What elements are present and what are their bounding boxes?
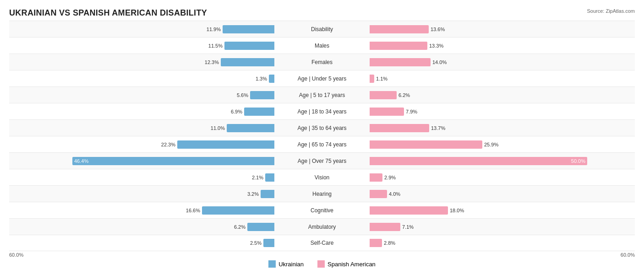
bar-label: Disability	[276, 26, 368, 32]
legend-spanish: Spanish American	[317, 260, 376, 268]
bar-right-wrapper: 4.0%	[368, 189, 635, 199]
bar-right-wrapper: 13.7%	[368, 123, 635, 133]
bar-right-value: 2.8%	[384, 240, 395, 246]
bar-left-wrapper: 11.5%	[9, 41, 276, 51]
bar-left-wrapper: 2.5%	[9, 238, 276, 248]
bar-left-wrapper: 22.3%	[9, 140, 276, 150]
bar-label: Cognitive	[276, 207, 368, 214]
bar-right-wrapper: 14.0%	[368, 57, 635, 67]
bar-label: Females	[276, 59, 368, 65]
bar-left-wrapper: 11.0%	[9, 123, 276, 133]
chart-row: 6.2%Ambulatory7.1%	[9, 218, 635, 235]
axis-labels: 60.0% 60.0%	[9, 252, 635, 258]
chart-row: 5.6%Age | 5 to 17 years6.2%	[9, 86, 635, 103]
legend-ukrainian-label: Ukrainian	[278, 261, 304, 268]
chart-row: 6.9%Age | 18 to 34 years7.9%	[9, 103, 635, 119]
bar-right-value: 2.9%	[384, 175, 396, 180]
bar-left-value: 6.2%	[234, 224, 246, 230]
bar-right-wrapper: 1.1%	[368, 74, 635, 84]
bar-left-value: 1.3%	[256, 76, 267, 81]
legend: Ukrainian Spanish American	[9, 260, 635, 268]
legend-ukrainian: Ukrainian	[268, 260, 304, 268]
bar-left-value: 6.9%	[231, 109, 242, 114]
bar-left-wrapper: 46.4%	[9, 156, 276, 166]
bar-left-value: 11.5%	[208, 43, 223, 48]
bar-left-value: 16.6%	[186, 208, 200, 213]
legend-spanish-label: Spanish American	[327, 261, 376, 268]
bar-left-wrapper: 3.2%	[9, 189, 276, 199]
bar-right-wrapper: 50.0%	[368, 156, 635, 166]
axis-left: 60.0%	[9, 252, 23, 258]
bar-left-wrapper: 12.3%	[9, 57, 276, 67]
bar-label: Vision	[276, 174, 368, 181]
chart-container: UKRAINIAN VS SPANISH AMERICAN DISABILITY…	[0, 0, 644, 280]
bar-label: Males	[276, 43, 368, 49]
bar-left-value: 11.9%	[207, 27, 221, 32]
bar-right-wrapper: 18.0%	[368, 205, 635, 215]
legend-pink-box	[317, 260, 325, 268]
bar-left-value: 46.4%	[74, 158, 88, 164]
bar-left-value: 5.6%	[237, 92, 248, 98]
bar-left-wrapper: 2.1%	[9, 172, 276, 183]
bar-right-wrapper: 6.2%	[368, 90, 635, 100]
bar-label: Age | 5 to 17 years	[276, 92, 368, 98]
bar-right-value: 13.7%	[431, 125, 445, 131]
bar-left-wrapper: 11.9%	[9, 24, 276, 34]
chart-row: 2.1%Vision2.9%	[9, 169, 635, 185]
bar-right-wrapper: 2.9%	[368, 172, 635, 183]
bar-left-value: 2.5%	[250, 240, 262, 246]
chart-row: 3.2%Hearing4.0%	[9, 185, 635, 202]
bar-left-value: 12.3%	[205, 59, 219, 65]
bar-right-value: 1.1%	[376, 76, 387, 81]
bar-left-value: 2.1%	[252, 175, 263, 180]
bar-label: Age | 35 to 64 years	[276, 125, 368, 131]
bar-right-wrapper: 7.9%	[368, 107, 635, 117]
bar-label: Age | Under 5 years	[276, 75, 368, 82]
chart-rows: 11.9%Disability13.6%11.5%Males13.3%12.3%…	[9, 21, 635, 251]
bar-right-value: 6.2%	[398, 92, 410, 98]
bar-right-wrapper: 13.6%	[368, 24, 635, 34]
legend-blue-box	[268, 260, 276, 268]
bar-left-wrapper: 5.6%	[9, 90, 276, 100]
chart-row: 11.0%Age | 35 to 64 years13.7%	[9, 119, 635, 136]
chart-row: 11.5%Males13.3%	[9, 37, 635, 54]
bar-label: Age | 18 to 34 years	[276, 108, 368, 115]
bar-right-wrapper: 2.8%	[368, 238, 635, 248]
bar-right-value: 13.3%	[429, 43, 443, 48]
bar-right-value: 25.9%	[484, 142, 498, 147]
bar-right-wrapper: 7.1%	[368, 222, 635, 232]
chart-title: UKRAINIAN VS SPANISH AMERICAN DISABILITY	[9, 8, 635, 18]
bar-left-wrapper: 6.2%	[9, 222, 276, 232]
bar-label: Ambulatory	[276, 224, 368, 230]
axis-right: 60.0%	[621, 252, 635, 258]
chart-row: 22.3%Age | 65 to 74 years25.9%	[9, 136, 635, 152]
chart-row: 16.6%Cognitive18.0%	[9, 202, 635, 218]
bar-left-wrapper: 1.3%	[9, 74, 276, 84]
bar-label: Hearing	[276, 191, 368, 197]
chart-row: 1.3%Age | Under 5 years1.1%	[9, 70, 635, 86]
bar-label: Age | Over 75 years	[276, 158, 368, 164]
source-label: Source: ZipAtlas.com	[587, 8, 635, 14]
bar-right-value: 4.0%	[389, 191, 400, 197]
bar-left-value: 22.3%	[161, 142, 175, 147]
bar-right-value: 7.9%	[406, 109, 417, 114]
bar-label: Self-Care	[276, 240, 368, 246]
bar-left-value: 11.0%	[211, 125, 225, 131]
chart-row: 46.4%Age | Over 75 years50.0%	[9, 152, 635, 169]
chart-row: 12.3%Females14.0%	[9, 54, 635, 70]
bar-right-value: 14.0%	[432, 59, 447, 65]
bar-right-wrapper: 13.3%	[368, 41, 635, 51]
bar-left-value: 3.2%	[247, 191, 259, 197]
bar-left-wrapper: 16.6%	[9, 205, 276, 215]
chart-row: 2.5%Self-Care2.8%	[9, 235, 635, 251]
bar-right-value: 13.6%	[431, 27, 445, 32]
bar-label: Age | 65 to 74 years	[276, 141, 368, 148]
chart-row: 11.9%Disability13.6%	[9, 21, 635, 37]
bar-right-value: 7.1%	[402, 224, 414, 230]
bar-right-value: 18.0%	[450, 208, 464, 213]
bar-left-wrapper: 6.9%	[9, 107, 276, 117]
bar-right-wrapper: 25.9%	[368, 140, 635, 150]
bar-right-value: 50.0%	[571, 158, 585, 164]
